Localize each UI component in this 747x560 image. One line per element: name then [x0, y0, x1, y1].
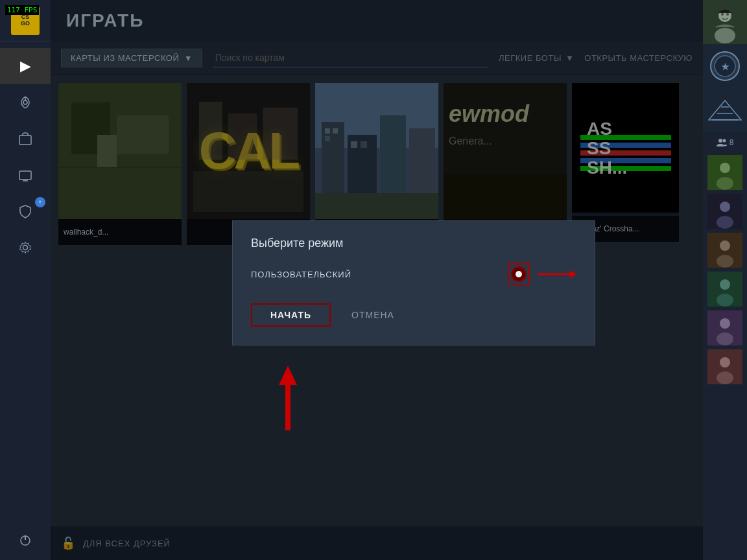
radio-button-selected[interactable]	[511, 266, 527, 282]
cancel-button[interactable]: ОТМЕНА	[341, 303, 405, 327]
svg-point-6	[23, 246, 28, 250]
nav-item-inventory[interactable]	[0, 121, 51, 157]
nav-item-settings[interactable]	[0, 229, 51, 266]
svg-marker-18	[709, 100, 741, 120]
rank-icon	[706, 97, 744, 123]
svg-point-32	[717, 255, 733, 268]
svg-point-41	[717, 371, 733, 384]
antenna-icon	[18, 95, 32, 110]
settings-icon	[18, 240, 32, 255]
friends-count-area: 8	[703, 132, 747, 153]
nav-item-shield[interactable]: +	[0, 193, 51, 229]
svg-marker-79	[570, 270, 576, 278]
mode-selection-modal: Выберите режим ПОЛЬЗОВАТЕЛЬСКИЙ	[232, 220, 595, 345]
friends-icon	[717, 137, 727, 148]
svg-point-38	[717, 332, 733, 345]
friend-avatar-3[interactable]	[707, 233, 742, 268]
svg-point-40	[720, 357, 730, 368]
svg-point-12	[721, 13, 724, 16]
friend-avatar-5[interactable]	[707, 310, 742, 345]
right-sidebar-icons: ★ 8	[703, 44, 747, 386]
friend-avatar-6[interactable]	[707, 349, 742, 384]
radio-selection-highlight	[508, 263, 530, 285]
svg-point-22	[718, 139, 722, 143]
avatar-image	[703, 0, 747, 44]
shield-badge: +	[35, 197, 45, 207]
nav-items: ▶ +	[0, 41, 51, 547]
svg-point-29	[717, 216, 733, 229]
right-sidebar: ★ 8	[703, 0, 747, 560]
svg-point-11	[715, 28, 735, 43]
radio-container	[508, 263, 576, 285]
modal-title: Выберите режим	[251, 237, 576, 250]
nav-item-tv[interactable]	[0, 157, 51, 193]
rank-badge	[703, 88, 747, 132]
modal-body: ПОЛЬЗОВАТЕЛЬСКИЙ	[251, 263, 576, 285]
play-icon: ▶	[20, 58, 31, 75]
svg-point-31	[720, 240, 730, 251]
tv-icon	[18, 168, 32, 182]
fps-label: 117 FPS	[7, 6, 37, 14]
arrow-left-icon	[538, 269, 576, 279]
svg-rect-3	[19, 171, 31, 180]
left-sidebar: CSGO ▶	[0, 0, 51, 560]
shield-icon	[18, 204, 32, 218]
svg-point-34	[720, 279, 730, 290]
arrow-left-annotation	[538, 269, 576, 279]
medal-badge: ★	[703, 44, 747, 88]
svg-point-13	[726, 13, 729, 16]
svg-point-0	[23, 100, 27, 104]
modal-option-label: ПОЛЬЗОВАТЕЛЬСКИЙ	[251, 270, 351, 279]
modal-buttons: НАЧАТЬ ОТМЕНА	[251, 303, 576, 327]
svg-point-23	[722, 139, 726, 143]
nav-item-play[interactable]: ▶	[0, 48, 51, 84]
radio-dot	[516, 271, 522, 277]
svg-point-35	[717, 294, 733, 307]
power-button[interactable]	[0, 526, 51, 554]
medal-icon: ★	[708, 49, 742, 83]
modal-overlay: Выберите режим ПОЛЬЗОВАТЕЛЬСКИЙ	[51, 0, 703, 560]
friend-avatar-2[interactable]	[707, 194, 742, 229]
power-icon	[18, 533, 32, 547]
svg-point-28	[720, 202, 730, 212]
start-button[interactable]: НАЧАТЬ	[251, 303, 331, 327]
svg-rect-2	[19, 135, 31, 145]
nav-item-antenna[interactable]	[0, 84, 51, 121]
main-avatar[interactable]	[703, 0, 747, 44]
friend-avatar-1[interactable]	[707, 155, 742, 190]
fps-counter: 117 FPS	[5, 5, 39, 15]
friend-avatar-4[interactable]	[707, 272, 742, 307]
inventory-icon	[18, 132, 32, 146]
svg-text:★: ★	[721, 62, 729, 72]
friends-count: 8	[729, 138, 734, 147]
svg-point-26	[717, 177, 733, 190]
svg-point-37	[720, 318, 730, 329]
svg-point-25	[720, 163, 730, 173]
